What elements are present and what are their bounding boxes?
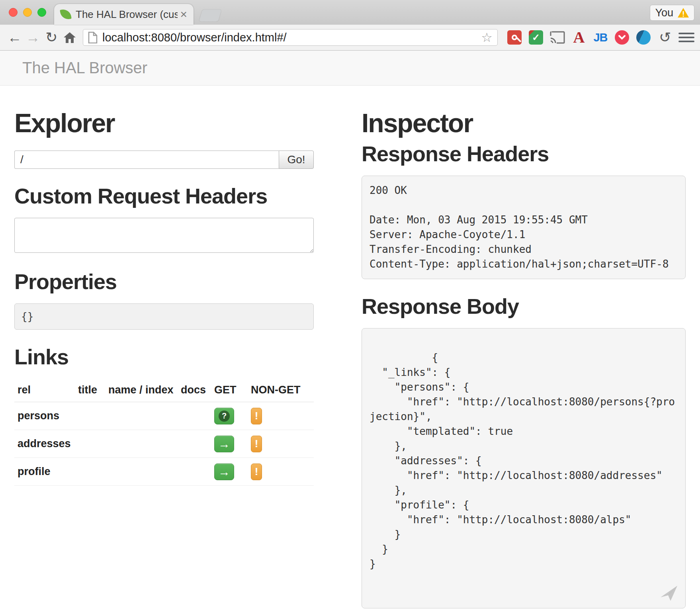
- col-title: title: [75, 378, 105, 402]
- link-docs-cell: [178, 430, 211, 458]
- window-controls: [9, 8, 46, 17]
- tab-title: The HAL Browser (customiz: [76, 8, 178, 21]
- extension-jetbrains-button[interactable]: JB: [592, 29, 609, 46]
- letter-a-icon: A: [573, 29, 585, 45]
- extension-blue-circle-button[interactable]: [635, 29, 652, 46]
- links-header-row: rel title name / index docs GET NON-GET: [14, 378, 314, 402]
- menu-button[interactable]: [678, 29, 694, 46]
- link-name-cell: [105, 430, 178, 458]
- hal-browser-page: The HAL Browser Explorer Go! Custom Requ…: [0, 51, 700, 614]
- update-warning-icon: [677, 7, 689, 18]
- link-row-addresses: addresses → !: [14, 430, 314, 458]
- link-docs-cell: [178, 458, 211, 486]
- response-body-title: Response Body: [362, 295, 686, 318]
- link-name-cell: [105, 458, 178, 486]
- link-name-cell: [105, 402, 178, 430]
- check-icon: ✓: [532, 32, 540, 43]
- profile-you-chip[interactable]: You: [650, 5, 694, 21]
- extension-checker-button[interactable]: ✓: [527, 29, 545, 46]
- non-get-button-profile[interactable]: !: [251, 463, 262, 480]
- arrow-right-icon: →: [218, 466, 230, 478]
- col-rel: rel: [14, 378, 75, 402]
- history-clock-icon: ↺: [659, 30, 671, 45]
- minimize-window-button[interactable]: [23, 8, 32, 17]
- properties-box: {}: [14, 303, 314, 330]
- menu-icon: [678, 33, 694, 34]
- spring-leaf-favicon: [60, 8, 71, 20]
- custom-headers-textarea[interactable]: [14, 218, 314, 253]
- response-body-json: { "_links": { "persons": { "href": "http…: [370, 352, 675, 570]
- inspector-title: Inspector: [362, 110, 686, 137]
- arrow-right-icon: →: [218, 438, 230, 450]
- explorer-address-group: Go!: [14, 151, 314, 169]
- blue-circle-icon: [636, 30, 651, 45]
- question-icon: ?: [219, 411, 230, 422]
- home-icon: [63, 31, 76, 43]
- response-body-box: { "_links": { "persons": { "href": "http…: [362, 328, 686, 608]
- link-title-cell: [75, 458, 105, 486]
- tab-strip: The HAL Browser (customiz × You: [0, 0, 700, 25]
- explorer-address-input[interactable]: [14, 151, 279, 169]
- tab-close-icon[interactable]: ×: [180, 8, 187, 20]
- col-name-index: name / index: [105, 378, 178, 402]
- forward-button[interactable]: →: [24, 28, 42, 47]
- get-button-persons[interactable]: ?: [214, 408, 234, 424]
- reload-button[interactable]: ↻: [42, 28, 61, 47]
- extension-history-button[interactable]: ↺: [656, 29, 674, 46]
- explorer-title: Explorer: [14, 110, 314, 137]
- extension-cast-button[interactable]: [549, 29, 566, 46]
- pocket-icon: [615, 30, 629, 45]
- link-row-persons: persons ? !: [14, 402, 314, 430]
- col-docs: docs: [178, 378, 211, 402]
- explorer-panel: Explorer Go! Custom Request Headers Prop…: [14, 86, 314, 608]
- url-text: localhost:8080/browser/index.html#/: [102, 31, 481, 44]
- get-button-addresses[interactable]: →: [214, 436, 234, 452]
- browser-toolbar: ← → ↻ localhost:8080/browser/index.html#…: [0, 25, 700, 51]
- col-non-get: NON-GET: [248, 378, 314, 402]
- key-icon: [512, 35, 517, 40]
- exclamation-icon: !: [255, 438, 258, 450]
- browser-window: The HAL Browser (customiz × You ← → ↻: [0, 0, 700, 614]
- extension-letter-a-button[interactable]: A: [570, 29, 588, 46]
- paper-plane-icon: [660, 584, 678, 602]
- exclamation-icon: !: [255, 410, 258, 422]
- links-title: Links: [14, 346, 314, 368]
- non-get-button-persons[interactable]: !: [251, 408, 262, 424]
- bookmark-star-icon[interactable]: ☆: [481, 30, 493, 45]
- link-title-cell: [75, 430, 105, 458]
- extension-pocket-button[interactable]: [613, 29, 631, 46]
- response-headers-title: Response Headers: [362, 143, 686, 165]
- link-rel: profile: [14, 458, 75, 486]
- back-button[interactable]: ←: [6, 28, 24, 47]
- zoom-window-button[interactable]: [37, 8, 46, 17]
- response-headers-box: 200 OK Date: Mon, 03 Aug 2015 19:55:45 G…: [362, 176, 686, 279]
- new-tab-button[interactable]: [199, 10, 222, 22]
- link-row-profile: profile → !: [14, 458, 314, 486]
- jb-icon: JB: [593, 31, 607, 44]
- get-button-profile[interactable]: →: [214, 463, 234, 480]
- profile-label: You: [655, 7, 673, 19]
- home-button[interactable]: [61, 28, 79, 47]
- page-content: Explorer Go! Custom Request Headers Prop…: [0, 86, 700, 614]
- custom-headers-title: Custom Request Headers: [14, 185, 314, 207]
- page-header: The HAL Browser: [0, 51, 700, 86]
- link-rel: persons: [14, 402, 75, 430]
- go-button[interactable]: Go!: [279, 151, 314, 169]
- link-rel: addresses: [14, 430, 75, 458]
- address-bar[interactable]: localhost:8080/browser/index.html#/ ☆: [83, 29, 498, 46]
- page-icon: [88, 31, 98, 43]
- properties-title: Properties: [14, 270, 314, 293]
- inspector-panel: Inspector Response Headers 200 OK Date: …: [362, 86, 686, 608]
- exclamation-icon: !: [255, 465, 258, 478]
- close-window-button[interactable]: [9, 8, 18, 17]
- cast-icon: [550, 31, 565, 44]
- brand-title: The HAL Browser: [22, 59, 147, 77]
- col-get: GET: [211, 378, 248, 402]
- extension-password-manager-button[interactable]: [506, 29, 523, 46]
- link-title-cell: [75, 402, 105, 430]
- link-docs-cell: [178, 402, 211, 430]
- non-get-button-addresses[interactable]: !: [251, 436, 262, 452]
- browser-tab[interactable]: The HAL Browser (customiz ×: [54, 4, 194, 25]
- links-table: rel title name / index docs GET NON-GET …: [14, 378, 314, 486]
